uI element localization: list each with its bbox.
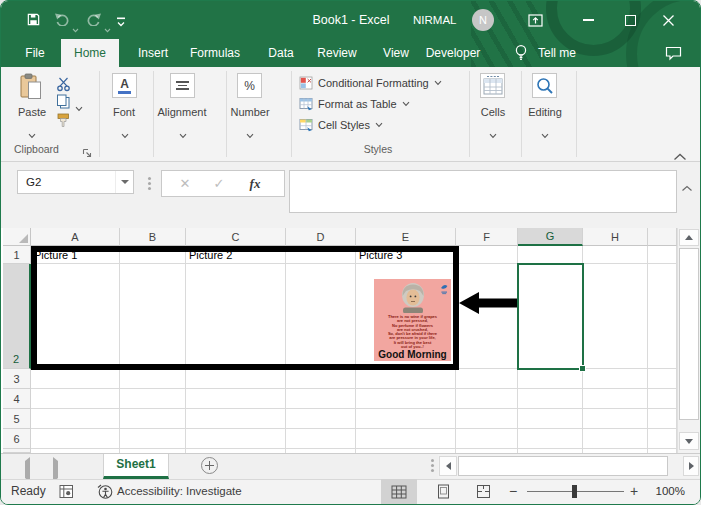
row-header-6[interactable]: 6 [3,429,31,449]
collapse-formula-bar-icon[interactable] [681,178,693,196]
vertical-scrollbar-thumb[interactable] [679,248,699,420]
zoom-percentage[interactable]: 100% [645,479,685,504]
tab-developer[interactable]: Developer [419,39,487,67]
scroll-right-icon[interactable] [683,456,699,476]
undo-dropdown-icon[interactable] [72,19,79,37]
row-header-3[interactable]: 3 [3,369,31,389]
font-group-label[interactable]: Font [100,106,148,118]
alignment-dropdown-icon[interactable] [179,125,187,143]
zoom-out-icon[interactable]: − [509,479,517,504]
zoom-in-icon[interactable]: + [630,479,638,504]
enter-icon[interactable]: ✓ [204,171,234,196]
scroll-down-icon[interactable] [679,432,699,450]
font-dropdown-icon[interactable] [121,125,129,143]
fill-handle[interactable] [579,365,586,372]
insert-function-icon[interactable]: fx [240,171,270,196]
paste-dropdown-icon[interactable] [28,125,36,143]
row-header-1[interactable]: 1 [3,246,31,264]
add-sheet-icon[interactable] [201,457,218,474]
undo-icon[interactable] [54,12,70,30]
avatar[interactable]: N [472,9,494,31]
comment-icon[interactable] [665,46,682,65]
clipboard-group-label: Clipboard [14,143,59,155]
formula-bar-drag-handle[interactable] [148,177,151,180]
horizontal-scrollbar-thumb[interactable] [458,456,668,476]
tab-bar-drag-handle[interactable] [431,459,434,462]
accessibility-icon[interactable] [97,484,113,504]
redo-dropdown-icon[interactable] [104,19,111,37]
minimize-icon[interactable] [573,1,603,39]
maximize-icon[interactable] [615,1,645,39]
format-painter-icon[interactable] [56,113,71,132]
tab-insert[interactable]: Insert [129,39,177,67]
format-as-table-button[interactable]: Format as Table [299,96,410,111]
sheet-next-icon[interactable] [53,461,58,479]
row-header-2-selected[interactable]: 2 [3,264,31,369]
redo-icon[interactable] [86,12,102,30]
number-group-label[interactable]: Number [224,106,276,118]
column-header-h[interactable]: H [583,228,648,246]
column-header-e[interactable]: E [356,228,456,246]
number-icon: % [244,79,255,93]
column-header-stub[interactable] [648,228,677,246]
alignment-group-label[interactable]: Alignment [153,106,211,118]
zoom-slider-handle[interactable] [572,485,577,498]
save-icon[interactable] [26,12,41,31]
tab-file[interactable]: File [15,39,55,67]
lightbulb-icon [514,44,528,66]
tab-formulas[interactable]: Formulas [183,39,247,67]
column-header-a[interactable]: A [31,228,120,246]
cells-group-label[interactable]: Cells [468,106,518,118]
macro-record-icon[interactable] [59,484,74,503]
select-all-icon[interactable] [3,228,31,246]
format-as-table-icon [299,97,313,111]
user-name[interactable]: NIRMAL [413,1,456,39]
column-header-b[interactable]: B [120,228,186,246]
tab-review[interactable]: Review [311,39,363,67]
editing-group-label[interactable]: Editing [519,106,571,118]
row-header-5[interactable]: 5 [3,409,31,429]
font-group-button[interactable]: A [112,73,137,98]
cells-group-button[interactable] [480,73,505,98]
scroll-left-icon[interactable] [439,456,457,476]
paste-button[interactable]: Paste [9,106,55,118]
name-box-dropdown-icon[interactable] [115,171,133,193]
qat-more-icon[interactable] [115,14,127,32]
ribbon-display-options-icon[interactable] [520,1,550,39]
copy-dropdown-icon[interactable] [75,98,83,116]
accessibility-status[interactable]: Accessibility: Investigate [117,479,242,504]
close-icon[interactable] [653,1,683,39]
editing-group-button[interactable] [532,73,557,98]
column-header-f[interactable]: F [456,228,518,246]
page-break-view-icon[interactable] [465,479,501,504]
editing-dropdown-icon[interactable] [541,125,549,143]
alignment-group-button[interactable] [170,73,195,98]
tab-home[interactable]: Home [61,39,119,67]
column-header-g-selected[interactable]: G [518,228,583,246]
formula-input[interactable] [289,170,677,213]
scroll-up-icon[interactable] [679,229,699,246]
tell-me[interactable]: Tell me [538,39,576,67]
sheet-prev-icon[interactable] [25,461,30,479]
column-header-d[interactable]: D [286,228,356,246]
sheet-tab-sheet1[interactable]: Sheet1 [103,454,169,479]
cells-dropdown-icon[interactable] [489,125,497,143]
paste-icon[interactable] [18,73,44,105]
annotation-rectangle [31,246,459,370]
normal-view-icon[interactable] [381,479,417,504]
dialog-launcher-icon[interactable] [82,144,92,162]
cell-styles-button[interactable]: Cell Styles [299,117,383,132]
number-dropdown-icon[interactable] [246,125,254,143]
tab-view[interactable]: View [375,39,417,67]
tab-data[interactable]: Data [259,39,303,67]
conditional-formatting-button[interactable]: Conditional Formatting [299,75,442,90]
row-header-4[interactable]: 4 [3,389,31,409]
copy-icon[interactable] [56,94,71,113]
formula-buttons: ✕ ✓ fx [161,170,285,197]
page-layout-view-icon[interactable] [425,479,461,504]
left-arrow-shape[interactable] [459,289,518,321]
name-box[interactable]: G2 [17,170,134,194]
number-group-button[interactable]: % [237,73,262,98]
column-header-c[interactable]: C [186,228,286,246]
cancel-icon[interactable]: ✕ [170,171,200,196]
